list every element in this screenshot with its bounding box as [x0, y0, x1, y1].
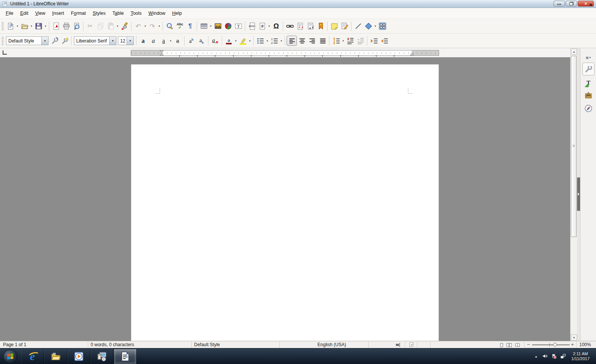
page-break-button[interactable]	[247, 21, 257, 31]
horizontal-ruler[interactable]	[131, 50, 439, 56]
font-name-combo-dropdown-button[interactable]	[109, 37, 116, 45]
line-spacing-button-dropdown[interactable]: ▾	[341, 36, 345, 46]
open-button-dropdown[interactable]: ▾	[30, 21, 33, 31]
align-center-button[interactable]	[297, 36, 307, 46]
spelling-button[interactable]: Abc✔	[175, 21, 185, 31]
new-style-button[interactable]	[60, 36, 70, 46]
vertical-scrollbar[interactable]: ▲ ▼	[570, 48, 577, 341]
copy-button[interactable]	[95, 21, 105, 31]
cut-button[interactable]: ✂	[85, 21, 95, 31]
italic-button[interactable]: a	[148, 36, 158, 46]
action-center-icon[interactable]	[550, 348, 559, 364]
highlight-color-button-dropdown[interactable]: ▾	[248, 36, 252, 46]
page-style-status[interactable]: Default Style	[194, 342, 220, 347]
taskbar-ie-button[interactable]: e	[21, 349, 44, 364]
word-count-status[interactable]: 0 words, 0 characters	[91, 342, 134, 347]
insert-text-box-button[interactable]: T	[233, 21, 243, 31]
save-button-dropdown[interactable]: ▾	[44, 21, 47, 31]
undo-button[interactable]: ↶	[133, 21, 143, 31]
paste-button[interactable]	[105, 21, 116, 31]
tab-stop-selector[interactable]	[3, 50, 7, 55]
insert-field-button[interactable]: #	[257, 21, 267, 31]
sidebar-gallery-button[interactable]	[582, 90, 594, 101]
zoom-slider-thumb[interactable]	[553, 343, 557, 347]
menu-table[interactable]: Table	[109, 9, 127, 17]
show-draw-functions-button[interactable]	[377, 21, 387, 31]
menu-file[interactable]: File	[2, 9, 17, 17]
print-preview-button[interactable]	[71, 21, 82, 31]
sidebar-properties-button[interactable]	[582, 63, 594, 75]
underline-button[interactable]: a	[158, 36, 169, 46]
zoom-slider[interactable]	[532, 344, 570, 345]
menu-window[interactable]: Window	[145, 9, 169, 17]
justify-button[interactable]	[317, 36, 328, 46]
redo-button[interactable]: ↷	[147, 21, 157, 31]
right-indent-marker[interactable]	[410, 50, 414, 56]
align-left-button[interactable]	[287, 36, 297, 46]
font-color-button[interactable]: a	[224, 36, 234, 46]
restore-button[interactable]	[566, 1, 577, 6]
save-button[interactable]	[33, 21, 44, 31]
open-button[interactable]	[19, 21, 30, 31]
paragraph-style-combo-dropdown-button[interactable]	[41, 37, 48, 45]
scrollbar-thumb[interactable]	[571, 56, 577, 237]
new-document-button-dropdown[interactable]: ▾	[16, 21, 19, 31]
insert-bookmark-button[interactable]	[315, 21, 326, 31]
insert-comment-button[interactable]	[329, 21, 339, 31]
decrease-paragraph-spacing-button[interactable]	[355, 36, 365, 46]
strikethrough-button[interactable]: a	[173, 36, 183, 46]
start-button[interactable]	[3, 350, 17, 363]
increase-paragraph-spacing-button[interactable]	[345, 36, 355, 46]
track-changes-button[interactable]	[339, 21, 350, 31]
insert-table-button[interactable]	[199, 21, 209, 31]
clear-formatting-button[interactable]: a✕	[210, 36, 220, 46]
insert-image-button[interactable]	[213, 21, 223, 31]
insert-field-button-dropdown[interactable]: ▾	[267, 21, 271, 31]
bold-button[interactable]: a	[138, 36, 148, 46]
update-style-button[interactable]	[49, 36, 60, 46]
toolbar-grip[interactable]	[2, 36, 4, 46]
sidebar-hide-handle[interactable]	[577, 177, 580, 211]
underline-button-dropdown[interactable]: ▾	[169, 36, 173, 46]
taskbar-explorer-button[interactable]	[44, 349, 67, 364]
sidebar-styles-button[interactable]: T	[582, 78, 594, 89]
numbering-button-dropdown[interactable]: ▾	[279, 36, 283, 46]
taskbar-clock[interactable]: 2:11 AM 1/11/2017	[568, 351, 596, 361]
bullets-button-dropdown[interactable]: ▾	[265, 36, 269, 46]
basic-shapes-button[interactable]	[363, 21, 373, 31]
taskbar-installer-button[interactable]	[91, 349, 113, 364]
menu-format[interactable]: Format	[67, 9, 89, 17]
language-status[interactable]: English (USA)	[300, 342, 364, 347]
basic-shapes-button-dropdown[interactable]: ▾	[373, 21, 377, 31]
insert-chart-button[interactable]	[223, 21, 233, 31]
export-pdf-button[interactable]	[51, 21, 61, 31]
highlight-color-button[interactable]	[238, 36, 248, 46]
menu-tools[interactable]: Tools	[127, 9, 145, 17]
font-color-button-dropdown[interactable]: ▾	[234, 36, 238, 46]
zoom-in-button[interactable]: +	[571, 342, 574, 347]
taskbar-writer-button[interactable]	[114, 349, 136, 364]
clone-formatting-button[interactable]	[119, 21, 130, 31]
menu-edit[interactable]: Edit	[17, 9, 32, 17]
find-replace-button[interactable]	[165, 21, 175, 31]
page-number-status[interactable]: Page 1 of 1	[3, 342, 26, 347]
insert-line-button[interactable]	[353, 21, 363, 31]
taskbar-media-player-button[interactable]	[67, 349, 90, 364]
numbering-button[interactable]: 12	[269, 36, 279, 46]
zoom-out-button[interactable]: −	[527, 342, 530, 347]
sidebar-navigator-button[interactable]	[582, 103, 594, 114]
left-indent-marker[interactable]	[160, 50, 164, 56]
font-size-combo-dropdown-button[interactable]	[127, 37, 133, 45]
insert-footnote-button[interactable]: *	[295, 21, 305, 31]
scroll-up-button[interactable]: ▲	[571, 49, 577, 55]
toolbar-grip[interactable]	[2, 22, 4, 31]
paste-button-dropdown[interactable]: ▾	[116, 21, 119, 31]
paragraph-style-combo[interactable]: Default Style	[6, 36, 49, 45]
increase-indent-button[interactable]	[369, 36, 379, 46]
menu-help[interactable]: Help	[169, 9, 185, 17]
scroll-down-button[interactable]: ▼	[571, 334, 577, 340]
minimize-button[interactable]	[554, 1, 565, 6]
bullets-button[interactable]	[255, 36, 265, 46]
special-character-button[interactable]: Ω	[271, 21, 281, 31]
font-size-combo[interactable]: 12	[118, 36, 134, 45]
